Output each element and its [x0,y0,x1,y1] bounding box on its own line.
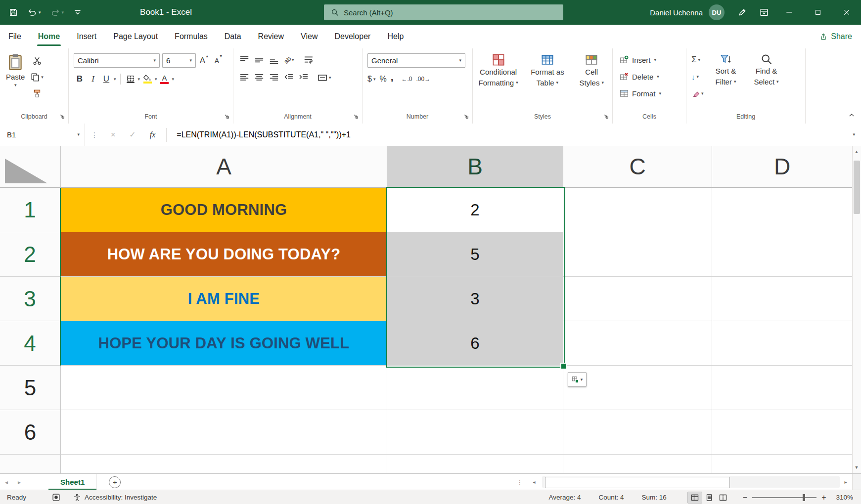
scroll-down-icon[interactable]: ▼ [853,462,861,472]
row-header-1[interactable]: 1 [0,188,61,232]
select-all-button[interactable] [0,146,61,188]
cell-b3[interactable]: 3 [387,277,563,321]
orientation-button[interactable]: ab ▾ [283,53,295,66]
cell-d-partial[interactable] [712,455,853,473]
zoom-slider[interactable] [752,497,816,498]
paste-button[interactable]: Paste ▾ [6,53,25,100]
align-top-button[interactable] [238,53,250,66]
vertical-scrollbar[interactable]: ▲ ▼ [852,146,861,473]
cell-b1[interactable]: 2 [387,188,563,232]
row-header-6[interactable]: 6 [0,410,61,455]
cell-a-partial[interactable] [61,455,387,473]
column-header-c[interactable]: C [563,146,712,188]
underline-dropdown-icon[interactable]: ▾ [114,77,116,82]
cell-b6[interactable] [387,410,563,455]
tab-developer[interactable]: Developer [326,25,379,48]
number-format-select[interactable]: General ▾ [367,53,465,68]
cell-c4[interactable] [563,321,712,366]
search-input[interactable]: Search (Alt+Q) [324,4,563,20]
autosum-button[interactable]: Σ ▾ [691,53,704,66]
merge-center-button[interactable]: ▾ [317,71,331,84]
status-average[interactable]: Average: 4 [548,494,581,501]
tab-splitter-handle[interactable]: ⋮ [516,478,523,486]
insert-cells-button[interactable]: Insert ▾ [620,53,686,66]
cell-c2[interactable] [563,232,712,277]
cell-c3[interactable] [563,277,712,321]
status-count[interactable]: Count: 4 [598,494,624,501]
delete-cells-button[interactable]: Delete ▾ [620,70,686,83]
clear-button[interactable]: ▾ [691,87,704,100]
styles-dialog-launcher[interactable] [603,114,609,119]
column-header-d[interactable]: D [712,146,853,188]
row-header-2[interactable]: 2 [0,232,61,277]
sort-filter-button[interactable]: Sort & Filter▾ [708,53,744,100]
collapse-ribbon-button[interactable] [848,112,855,119]
cell-d3[interactable] [712,277,853,321]
font-name-select[interactable]: Calibri ▾ [74,53,160,68]
tab-file[interactable]: File [0,25,30,48]
auto-fill-options-button[interactable]: ▾ [568,372,587,387]
fill-button[interactable]: ↓ ▾ [691,70,704,83]
avatar[interactable]: DU [709,4,725,20]
align-left-button[interactable] [238,71,250,84]
undo-dropdown-icon[interactable]: ▾ [39,10,41,15]
cell-a3[interactable]: I AM FINE [61,277,387,321]
cell-d2[interactable] [712,232,853,277]
cancel-entry-button[interactable]: × [104,130,122,139]
new-sheet-button[interactable]: + [109,476,121,488]
insert-function-button[interactable]: fx [143,130,163,139]
tab-page-layout[interactable]: Page Layout [105,25,166,48]
borders-dropdown-icon[interactable]: ▾ [138,77,140,82]
cell-b5[interactable] [387,366,563,410]
cell-b4[interactable]: 6 [387,321,563,366]
align-right-button[interactable] [268,71,280,84]
format-painter-button[interactable] [31,87,44,100]
zoom-level[interactable]: 310% [836,494,853,501]
percent-style-button[interactable]: % [379,73,386,85]
font-color-button[interactable]: A [159,73,171,85]
tab-data[interactable]: Data [216,25,250,48]
format-cells-button[interactable]: Format ▾ [620,87,686,100]
cut-button[interactable] [31,54,44,67]
font-color-dropdown-icon[interactable]: ▾ [172,77,175,82]
cell-a5[interactable] [61,366,387,410]
wrap-text-button[interactable] [303,53,315,66]
increase-decimal-button[interactable]: ←.0 [402,73,412,85]
alignment-dialog-launcher[interactable] [353,114,359,119]
ribbon-display-options-icon[interactable] [753,0,775,25]
row-header-4[interactable]: 4 [0,321,61,366]
formula-input[interactable]: =LEN(TRIM(A1))-LEN(SUBSTITUTE(A1," ","")… [177,130,351,139]
increase-font-size-button[interactable]: A▲ [198,54,210,67]
format-as-table-button[interactable]: Format as Table▾ [525,53,570,87]
minimize-button[interactable] [775,0,804,25]
cell-c-partial[interactable] [563,455,712,473]
align-bottom-button[interactable] [268,53,280,66]
row-header-3[interactable]: 3 [0,277,61,321]
scroll-up-icon[interactable]: ▲ [853,147,861,157]
bold-button[interactable]: B [74,73,86,85]
vertical-scrollbar-thumb[interactable] [854,161,860,214]
name-box[interactable]: B1 ▾ [0,124,85,146]
save-icon[interactable] [9,8,18,17]
fill-color-button[interactable] [141,73,153,85]
cell-a1[interactable]: GOOD MORNING [61,188,387,232]
name-box-dropdown-icon[interactable]: ▾ [77,132,80,137]
column-header-a[interactable]: A [61,146,387,188]
align-center-button[interactable] [253,71,265,84]
page-layout-view-button[interactable] [702,492,716,503]
italic-button[interactable]: I [87,73,99,85]
record-macro-button[interactable] [52,493,60,502]
enter-entry-button[interactable]: ✓ [122,130,142,139]
cell-b-partial[interactable] [387,455,563,473]
cell-d6[interactable] [712,410,853,455]
row-header-partial[interactable] [0,455,61,473]
zoom-out-button[interactable]: − [743,493,747,502]
tab-review[interactable]: Review [250,25,292,48]
close-button[interactable] [832,0,861,25]
align-middle-button[interactable] [253,53,265,66]
copy-button[interactable]: ▾ [31,71,44,84]
hscroll-right-icon[interactable]: ▸ [840,474,852,490]
cell-d1[interactable] [712,188,853,232]
conditional-formatting-button[interactable]: Conditional Formatting▾ [475,53,522,87]
tab-help[interactable]: Help [379,25,412,48]
